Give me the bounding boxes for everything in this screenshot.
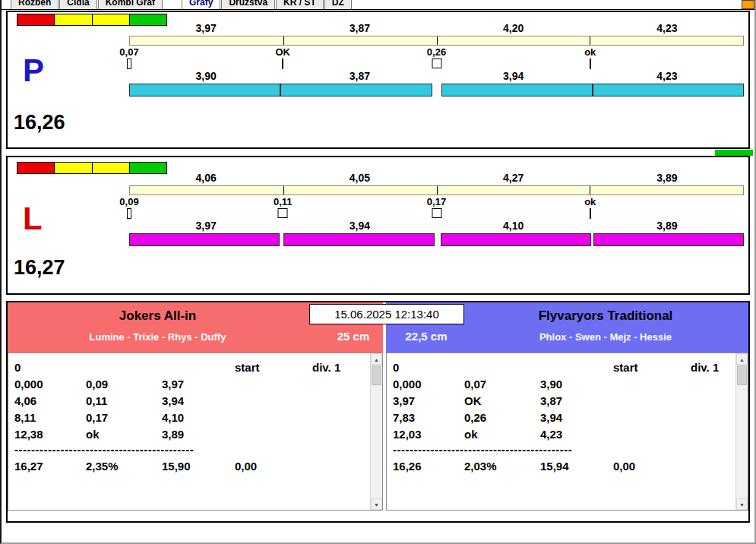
cell: 3,97 [162, 376, 184, 393]
separator-line: ----------------------------------------… [393, 441, 572, 458]
separator-line: ----------------------------------------… [14, 441, 194, 458]
cell: 7,83 [393, 410, 415, 426]
result-table-left[interactable]: 0 start div. 1 0,000 0,09 3,97 4,06 0,11… [8, 353, 383, 511]
jump-height: 22,5 cm [392, 330, 460, 343]
split-bar [129, 36, 744, 46]
green-status-bar [715, 150, 753, 156]
dog-time: 3,94 [283, 220, 436, 232]
dog-time-bar [129, 84, 744, 96]
tick-mark [127, 59, 131, 69]
dog-times-row: 3,90 3,87 3,94 4,23 [129, 71, 744, 82]
changeover-time: ok [584, 46, 596, 58]
tick-mark [432, 59, 441, 68]
dog-time-bar [129, 233, 744, 246]
dog-time-segment [129, 84, 280, 96]
split-time: 4,20 [437, 23, 590, 34]
scroll-down-button[interactable]: ▼ [371, 498, 382, 510]
scrollbar[interactable]: ▲ ▼ [735, 353, 748, 510]
tab-druzstva[interactable]: Družstva [221, 0, 275, 9]
team-members: Phlox - Swen - Mejz - Hessie [466, 331, 745, 343]
bar-divider [283, 186, 284, 195]
tab-cidla[interactable]: Čidla [59, 0, 96, 9]
cell: div. 1 [312, 359, 340, 376]
scroll-up-button[interactable]: ▲ [736, 353, 748, 365]
dog-time: 3,90 [129, 71, 283, 82]
scroll-thumb[interactable] [737, 365, 747, 385]
tab-rozbeh[interactable]: Rozběh [11, 0, 59, 9]
split-time: 3,87 [283, 23, 436, 34]
cell: 0,17 [86, 410, 108, 426]
status-light-yellow-1 [55, 163, 92, 173]
cell: 0,00 [235, 458, 257, 475]
table-header-row: 0 start div. 1 [8, 359, 370, 376]
scroll-down-button[interactable]: ▼ [736, 498, 748, 510]
dog-time-segment [441, 84, 593, 96]
lane-letter: L [23, 203, 43, 235]
dog-time: 3,89 [590, 220, 744, 232]
dog-time: 3,94 [437, 71, 590, 82]
changeover-time: 0,09 [119, 196, 138, 207]
cell: 16,27 [14, 458, 43, 475]
status-light-red [17, 14, 55, 25]
tabbar-divider [0, 9, 756, 10]
table-row: 12,38 ok 3,89 [8, 426, 370, 443]
result-table: 0 start div. 1 0,000 0,07 3,90 3,97 OK 3… [387, 353, 735, 510]
lane-bars: 3,97 3,87 4,20 4,23 0,07 OK 0,26 ok 3,90… [129, 23, 744, 96]
results-section: Jokers All-in Lumine - Trixie - Rhys - D… [6, 301, 750, 523]
table-separator: ----------------------------------------… [387, 441, 735, 458]
bar-divider [590, 36, 590, 45]
tab-kr-st[interactable]: KR / ST [276, 0, 324, 9]
lane-total-time: 16,26 [14, 111, 65, 134]
bar-divider [283, 36, 284, 45]
window-corner-box[interactable] [742, 0, 754, 9]
split-times-row: 4,06 4,05 4,27 3,89 [129, 172, 744, 184]
dog-time-segment [129, 233, 280, 246]
changeover-time: 0,07 [119, 46, 138, 58]
cell: 0,000 [393, 376, 422, 393]
timestamp: 15.06.2025 12:13:40 [309, 304, 464, 324]
tick-mark [432, 208, 441, 218]
split-time: 4,06 [129, 172, 283, 184]
team-name: Jokers All-in [8, 308, 308, 324]
cell: 0,26 [464, 410, 486, 426]
cell: ok [86, 426, 100, 443]
status-light-yellow-2 [93, 14, 130, 25]
changeover-row: 0,09 0,11 0,17 ok [129, 196, 744, 207]
dog-time: 3,87 [283, 71, 436, 82]
tick-row [129, 208, 744, 220]
cell: 15,90 [162, 458, 191, 475]
cell: 12,03 [393, 426, 422, 443]
dog-time-segment [593, 84, 744, 96]
bar-divider [437, 36, 438, 45]
tab-kombi-graf[interactable]: Kombi Graf [98, 0, 163, 9]
cell: ok [464, 426, 478, 443]
changeover-time: 0,17 [427, 196, 446, 207]
lane-panel-p: P 16,26 3,97 3,87 4,20 4,23 0,07 OK 0,26… [6, 11, 750, 149]
cell: 0 [393, 359, 399, 376]
cell: 0 [14, 359, 21, 376]
tick-mark [590, 59, 591, 69]
scrollbar[interactable]: ▲ ▼ [370, 353, 382, 510]
table-total-row: 16,27 2,35% 15,90 0,00 [8, 458, 370, 475]
table-separator: ----------------------------------------… [8, 441, 370, 458]
tab-dz[interactable]: DZ [324, 0, 352, 9]
table-row: 7,83 0,26 3,94 [387, 410, 735, 426]
scroll-up-button[interactable]: ▲ [371, 353, 382, 365]
tab-grafy[interactable]: Grafy [182, 0, 220, 9]
status-light-yellow-2 [93, 163, 130, 173]
cell: 12,38 [14, 426, 43, 443]
changeover-time: OK [276, 46, 291, 58]
table-header-row: 0 start div. 1 [387, 359, 735, 376]
cell: 3,87 [540, 393, 562, 410]
tick-mark [590, 208, 591, 219]
scroll-thumb[interactable] [372, 365, 381, 385]
dog-time: 3,97 [129, 220, 283, 232]
cell: OK [464, 393, 482, 410]
table-row: 0,000 0,09 3,97 [8, 376, 370, 393]
result-table-right[interactable]: 0 start div. 1 0,000 0,07 3,90 3,97 OK 3… [386, 353, 748, 511]
cell: 0,11 [86, 393, 107, 410]
tick-mark [282, 59, 283, 69]
cell: 4,06 [14, 393, 36, 410]
status-light-yellow-1 [55, 14, 92, 25]
split-times-row: 3,97 3,87 4,20 4,23 [129, 23, 744, 34]
